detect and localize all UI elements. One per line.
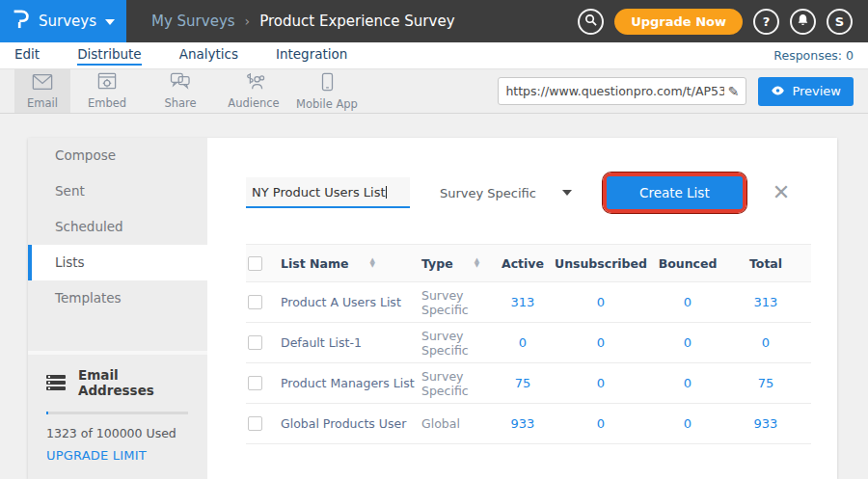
create-list-button[interactable]: Create List: [607, 176, 743, 209]
email-sidebar: Compose Sent Scheduled Lists Templates E…: [28, 138, 207, 479]
page-title: Product Experience Survey: [259, 13, 454, 30]
toolbar-item-audience[interactable]: Audience: [217, 69, 290, 113]
surveys-app-menu[interactable]: Surveys: [0, 0, 126, 42]
tab-distribute[interactable]: Distribute: [77, 46, 142, 66]
notifications-button[interactable]: [790, 9, 816, 35]
text-cursor: [386, 186, 387, 199]
toolbar-item-label: Share: [164, 96, 196, 110]
content-area: Compose Sent Scheduled Lists Templates E…: [0, 114, 868, 479]
survey-url-text[interactable]: https://www.questionpro.com/t/AP53kZgfo: [505, 84, 723, 98]
toolbar-item-label: Mobile App: [296, 97, 358, 111]
list-type: Global: [421, 416, 499, 431]
usage-progress-fill: [46, 412, 48, 414]
usage-progress-bar: [46, 412, 188, 414]
toolbar-item-mobile-app[interactable]: Mobile App: [290, 69, 364, 113]
total-count[interactable]: 313: [720, 295, 811, 309]
sidebar-item-scheduled[interactable]: Scheduled: [28, 209, 207, 245]
table-row: Default List-1 Survey Specific 0 0 0 0: [246, 323, 811, 363]
breadcrumb: My Surveys › Product Experience Survey: [151, 0, 578, 42]
close-icon[interactable]: ✕: [773, 182, 790, 203]
column-total: Total: [720, 256, 811, 271]
email-addresses-header: Email Addresses: [46, 367, 188, 398]
list-type: Survey Specific: [421, 329, 499, 358]
list-name-link[interactable]: Product A Users List: [281, 295, 421, 309]
header-actions: Upgrade Now ? S: [578, 0, 868, 42]
preview-label: Preview: [792, 84, 841, 98]
account-avatar[interactable]: S: [827, 9, 853, 35]
column-active: Active: [499, 256, 547, 271]
bell-icon: [797, 13, 809, 29]
tab-edit[interactable]: Edit: [14, 46, 40, 66]
email-lists-panel: Compose Sent Scheduled Lists Templates E…: [28, 138, 837, 479]
active-count[interactable]: 313: [499, 295, 547, 309]
list-name-link[interactable]: Global Products User: [281, 416, 421, 431]
unsubscribed-count[interactable]: 0: [547, 335, 655, 350]
active-count[interactable]: 75: [499, 376, 547, 390]
total-count[interactable]: 75: [720, 376, 811, 390]
breadcrumb-my-surveys[interactable]: My Surveys: [151, 13, 235, 30]
email-icon: [32, 73, 53, 93]
create-list-row: NY Product Users List Survey Specific Cr…: [246, 173, 812, 213]
sort-icon[interactable]: ▲▼: [475, 258, 479, 268]
mobile-icon: [321, 72, 334, 94]
search-icon: [584, 13, 597, 29]
sort-icon[interactable]: ▲▼: [369, 258, 374, 268]
upgrade-now-button[interactable]: Upgrade Now: [614, 9, 743, 35]
row-checkbox[interactable]: [248, 376, 262, 390]
address-list-icon: [46, 375, 66, 390]
preview-button[interactable]: Preview: [758, 77, 854, 106]
question-mark-icon: ?: [763, 14, 771, 29]
row-checkbox[interactable]: [248, 295, 262, 309]
audience-icon: [242, 72, 265, 93]
select-all-checkbox[interactable]: [248, 256, 262, 271]
total-count[interactable]: 933: [720, 416, 811, 431]
sidebar-item-compose[interactable]: Compose: [28, 138, 207, 173]
toolbar-item-label: Email: [27, 96, 58, 110]
unsubscribed-count[interactable]: 0: [547, 416, 655, 431]
tab-analytics[interactable]: Analytics: [179, 46, 238, 66]
column-list-name[interactable]: List Name ▲▼: [281, 256, 421, 271]
active-count[interactable]: 0: [499, 335, 547, 350]
column-unsubscribed: Unsubscribed: [547, 256, 655, 271]
unsubscribed-count[interactable]: 0: [547, 376, 655, 390]
sidebar-item-lists[interactable]: Lists: [28, 245, 207, 280]
table-row: Product Managers List Survey Specific 75…: [246, 363, 811, 404]
breadcrumb-separator: ›: [245, 13, 251, 29]
unsubscribed-count[interactable]: 0: [547, 295, 655, 309]
chevron-down-icon: [105, 19, 115, 25]
list-name-input[interactable]: NY Product Users List: [246, 177, 410, 208]
row-checkbox[interactable]: [248, 416, 262, 431]
bounced-count[interactable]: 0: [655, 295, 720, 309]
share-icon: [170, 72, 191, 93]
total-count[interactable]: 0: [720, 335, 811, 350]
email-addresses-title: Email Addresses: [78, 367, 188, 398]
help-button[interactable]: ?: [753, 9, 779, 35]
survey-url-field[interactable]: https://www.questionpro.com/t/AP53kZgfo …: [498, 77, 746, 105]
list-name-link[interactable]: Default List-1: [281, 335, 421, 350]
sidebar-item-sent[interactable]: Sent: [28, 173, 207, 209]
responses-count[interactable]: Responses: 0: [773, 48, 854, 63]
row-checkbox[interactable]: [248, 335, 262, 350]
toolbar-right: https://www.questionpro.com/t/AP53kZgfo …: [498, 69, 854, 113]
tab-integration[interactable]: Integration: [276, 46, 347, 66]
bounced-count[interactable]: 0: [655, 416, 720, 431]
toolbar-item-embed[interactable]: Embed: [70, 69, 144, 113]
list-type: Survey Specific: [421, 288, 499, 317]
table-row: Global Products User Global 933 0 0 933: [246, 404, 811, 444]
highlight-annotation-ring: Create List: [603, 173, 746, 213]
sidebar-item-templates[interactable]: Templates: [28, 280, 207, 316]
toolbar-item-share[interactable]: Share: [144, 69, 217, 113]
list-type-value: Survey Specific: [440, 186, 536, 200]
column-type[interactable]: Type ▲▼: [421, 256, 499, 271]
search-button[interactable]: [578, 9, 604, 35]
list-type-select[interactable]: Survey Specific: [440, 186, 572, 200]
edit-url-pencil-icon[interactable]: ✎: [728, 84, 740, 99]
active-count[interactable]: 933: [499, 416, 547, 431]
bounced-count[interactable]: 0: [655, 335, 720, 350]
top-header: Surveys My Surveys › Product Experience …: [0, 0, 868, 42]
bounced-count[interactable]: 0: [655, 376, 720, 390]
list-name-link[interactable]: Product Managers List: [281, 376, 421, 390]
toolbar-item-email[interactable]: Email: [14, 69, 70, 113]
upgrade-limit-link[interactable]: UPGRADE LIMIT: [46, 448, 188, 463]
toolbar-item-label: Embed: [88, 96, 126, 110]
